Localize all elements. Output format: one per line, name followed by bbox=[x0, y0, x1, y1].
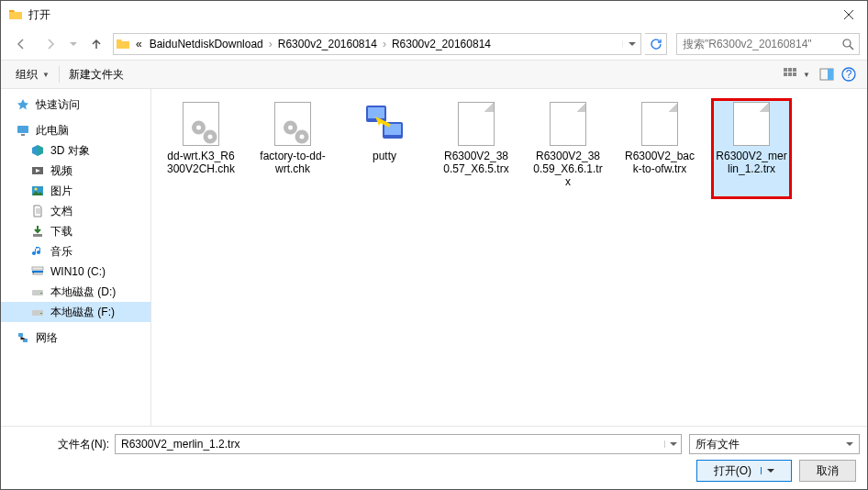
network-icon bbox=[16, 330, 30, 345]
file-item[interactable]: R6300V2_380.59_X6.6.1.trx bbox=[528, 98, 608, 199]
video-icon bbox=[30, 163, 45, 178]
svg-rect-3 bbox=[793, 68, 796, 72]
file-name: R6300V2_380.59_X6.6.1.trx bbox=[531, 150, 605, 188]
filename-label: 文件名(N): bbox=[8, 437, 115, 452]
close-button[interactable] bbox=[830, 1, 867, 28]
back-button[interactable] bbox=[8, 33, 34, 55]
star-icon bbox=[16, 97, 30, 112]
address-bar[interactable]: « BaiduNetdiskDownload › R6300v2_2016081… bbox=[113, 33, 641, 55]
sidebar-item-downloads[interactable]: 下载 bbox=[1, 221, 150, 241]
sidebar-this-pc[interactable]: 此电脑 bbox=[1, 120, 150, 140]
file-item[interactable]: R6300V2_merlin_1.2.trx bbox=[711, 98, 792, 199]
chevron-right-icon[interactable]: › bbox=[381, 38, 388, 50]
svg-point-0 bbox=[843, 39, 851, 47]
new-folder-button[interactable]: 新建文件夹 bbox=[61, 64, 131, 85]
file-icon bbox=[729, 102, 773, 146]
file-name: putty bbox=[373, 150, 396, 162]
sidebar-label: 本地磁盘 (F:) bbox=[50, 305, 115, 320]
filename-input[interactable] bbox=[116, 438, 664, 451]
svg-point-34 bbox=[300, 135, 305, 139]
sidebar-network[interactable]: 网络 bbox=[1, 328, 150, 348]
sidebar-item-drive-f[interactable]: 本地磁盘 (F:) bbox=[1, 302, 150, 322]
drive-icon bbox=[30, 284, 45, 299]
breadcrumb[interactable]: BaiduNetdiskDownload bbox=[146, 38, 267, 50]
sidebar-item-music[interactable]: 音乐 bbox=[1, 241, 150, 262]
sidebar-item-drive-d[interactable]: 本地磁盘 (D:) bbox=[1, 282, 150, 302]
svg-rect-22 bbox=[40, 293, 42, 294]
address-dropdown[interactable] bbox=[622, 40, 640, 48]
file-item[interactable]: factory-to-dd-wrt.chk bbox=[252, 98, 333, 199]
search-icon[interactable] bbox=[837, 39, 859, 50]
open-button[interactable]: 打开(O) bbox=[696, 460, 792, 482]
drive-icon bbox=[30, 264, 45, 279]
file-icon bbox=[271, 102, 315, 146]
toolbar: 组织▼ 新建文件夹 ▼ ? bbox=[1, 60, 867, 89]
filename-dropdown[interactable] bbox=[664, 440, 681, 448]
file-name: R6300V2_back-to-ofw.trx bbox=[623, 150, 696, 175]
file-name: R6300V2_merlin_1.2.trx bbox=[715, 150, 788, 175]
svg-rect-1 bbox=[784, 68, 787, 72]
svg-rect-25 bbox=[18, 333, 23, 337]
breadcrumbs: « BaiduNetdiskDownload › R6300v2_2016081… bbox=[132, 38, 622, 50]
svg-point-15 bbox=[35, 188, 38, 191]
cancel-button[interactable]: 取消 bbox=[799, 460, 856, 482]
drive-icon bbox=[30, 305, 45, 319]
file-item[interactable]: R6300V2_back-to-ofw.trx bbox=[619, 98, 700, 199]
picture-icon bbox=[30, 184, 45, 198]
recent-dropdown[interactable] bbox=[67, 33, 80, 55]
help-button[interactable]: ? bbox=[838, 63, 860, 85]
sidebar-item-drive-c[interactable]: WIN10 (C:) bbox=[1, 262, 150, 282]
svg-rect-12 bbox=[21, 134, 25, 136]
file-list[interactable]: dd-wrt.K3_R6300V2CH.chkfactory-to-dd-wrt… bbox=[151, 89, 867, 426]
svg-point-29 bbox=[196, 126, 201, 130]
filter-dropdown[interactable] bbox=[846, 440, 853, 448]
sidebar-label: 3D 对象 bbox=[50, 143, 90, 159]
open-split-dropdown[interactable] bbox=[761, 467, 774, 474]
file-item[interactable]: dd-wrt.K3_R6300V2CH.chk bbox=[161, 98, 241, 199]
file-icon bbox=[362, 102, 406, 146]
search-input[interactable] bbox=[677, 38, 837, 50]
sidebar-quick-access[interactable]: 快速访问 bbox=[1, 95, 150, 115]
title-bar: 打开 bbox=[1, 1, 867, 28]
document-icon bbox=[30, 204, 45, 218]
sidebar-label: 网络 bbox=[36, 330, 58, 346]
sidebar-item-3d[interactable]: 3D 对象 bbox=[1, 140, 150, 161]
sidebar-label: WIN10 (C:) bbox=[50, 265, 106, 278]
refresh-button[interactable] bbox=[645, 33, 667, 55]
download-icon bbox=[30, 224, 45, 239]
file-icon bbox=[454, 102, 498, 146]
pc-icon bbox=[16, 123, 30, 138]
sidebar-item-documents[interactable]: 文档 bbox=[1, 201, 150, 221]
sidebar-item-videos[interactable]: 视频 bbox=[1, 161, 150, 181]
search-box[interactable] bbox=[676, 33, 860, 55]
sidebar-label: 视频 bbox=[50, 163, 72, 179]
svg-rect-8 bbox=[828, 69, 833, 80]
cube-icon bbox=[30, 143, 45, 158]
svg-point-33 bbox=[288, 126, 293, 130]
forward-button[interactable] bbox=[38, 33, 63, 55]
view-dropdown[interactable]: ▼ bbox=[803, 71, 810, 79]
breadcrumb[interactable]: R6300v2_20160814 bbox=[274, 38, 381, 50]
organize-button[interactable]: 组织▼ bbox=[8, 64, 57, 85]
preview-pane-button[interactable] bbox=[816, 63, 838, 85]
svg-rect-24 bbox=[40, 313, 42, 314]
filter-label: 所有文件 bbox=[696, 437, 740, 452]
svg-rect-11 bbox=[17, 126, 28, 133]
file-icon bbox=[638, 102, 682, 146]
file-name: R6300V2_380.57_X6.5.trx bbox=[440, 150, 513, 175]
svg-rect-16 bbox=[33, 234, 42, 237]
sidebar-label: 快速访问 bbox=[36, 97, 80, 113]
file-item[interactable]: putty bbox=[344, 98, 425, 199]
folder-icon bbox=[114, 37, 132, 51]
filetype-filter[interactable]: 所有文件 bbox=[689, 434, 860, 454]
sidebar-item-pictures[interactable]: 图片 bbox=[1, 181, 150, 201]
chevron-right-icon[interactable]: › bbox=[267, 38, 274, 50]
view-button[interactable] bbox=[779, 63, 801, 85]
folder-icon bbox=[8, 7, 23, 22]
music-icon bbox=[30, 244, 45, 259]
breadcrumb-prefix: « bbox=[132, 38, 146, 50]
up-button[interactable] bbox=[83, 33, 109, 55]
filename-combobox[interactable] bbox=[115, 434, 682, 454]
breadcrumb[interactable]: R6300v2_20160814 bbox=[388, 38, 495, 50]
file-item[interactable]: R6300V2_380.57_X6.5.trx bbox=[436, 98, 517, 199]
